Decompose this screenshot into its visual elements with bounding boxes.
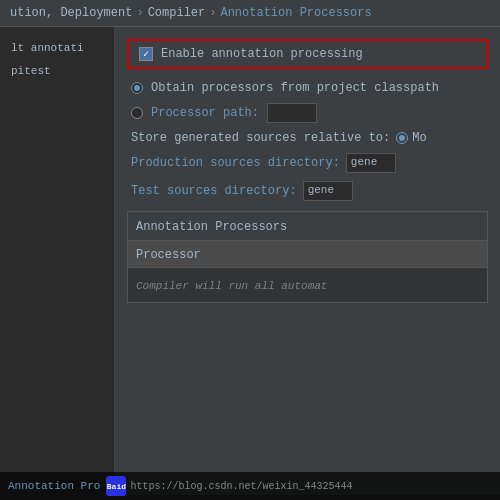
classpath-label: Obtain processors from project classpath (151, 81, 439, 95)
enable-checkbox[interactable] (139, 47, 153, 61)
module-option: Mo (396, 131, 426, 145)
ap-table-header-text: Processor (136, 248, 201, 262)
processor-path-label: Processor path: (151, 106, 259, 120)
breadcrumb-active: Annotation Processors (220, 6, 371, 20)
sidebar: lt annotati pitest (0, 27, 115, 495)
ap-content-text: Compiler will run all automat (136, 280, 327, 292)
sidebar-item-pitest[interactable]: pitest (5, 60, 109, 83)
content-area: Enable annotation processing Obtain proc… (115, 27, 500, 495)
production-input[interactable]: gene (346, 153, 396, 173)
breadcrumb-part1: ution, Deployment (10, 6, 132, 20)
breadcrumb-sep1: › (136, 6, 143, 20)
processor-path-input[interactable] (267, 103, 317, 123)
processor-path-option-row: Processor path: (127, 103, 488, 123)
enable-label: Enable annotation processing (161, 47, 363, 61)
breadcrumb: ution, Deployment › Compiler › Annotatio… (0, 0, 500, 27)
breadcrumb-sep2: › (209, 6, 216, 20)
production-label: Production sources directory: (131, 156, 340, 170)
breadcrumb-part2: Compiler (148, 6, 206, 20)
ap-table-header: Processor (128, 240, 487, 268)
store-label: Store generated sources relative to: (131, 131, 390, 145)
module-radio[interactable] (396, 132, 408, 144)
classpath-radio[interactable] (131, 82, 143, 94)
test-sources-row: Test sources directory: gene (127, 181, 488, 201)
baidu-watermark: Baid https://blog.csdn.net/weixin_443254… (106, 476, 352, 496)
bottom-ap-label: Annotation Pro (8, 480, 100, 492)
ap-header-text: Annotation Processors (136, 220, 287, 234)
production-sources-row: Production sources directory: gene (127, 153, 488, 173)
ap-table-content: Compiler will run all automat (128, 268, 487, 302)
classpath-option-row: Obtain processors from project classpath (127, 81, 488, 95)
baidu-logo: Baid (106, 476, 126, 496)
bottom-bar: Annotation Pro Baid https://blog.csdn.ne… (0, 472, 500, 500)
store-sources-row: Store generated sources relative to: Mo (127, 131, 488, 145)
enable-annotation-box: Enable annotation processing (127, 39, 488, 69)
test-input[interactable]: gene (303, 181, 353, 201)
ap-header: Annotation Processors (128, 212, 487, 240)
sidebar-item-annotations[interactable]: lt annotati (5, 37, 109, 60)
processor-path-radio[interactable] (131, 107, 143, 119)
test-label: Test sources directory: (131, 184, 297, 198)
module-text: Mo (412, 131, 426, 145)
watermark-url: https://blog.csdn.net/weixin_44325444 (130, 481, 352, 492)
main-content: lt annotati pitest Enable annotation pro… (0, 27, 500, 495)
annotation-processors-section: Annotation Processors Processor Compiler… (127, 211, 488, 303)
